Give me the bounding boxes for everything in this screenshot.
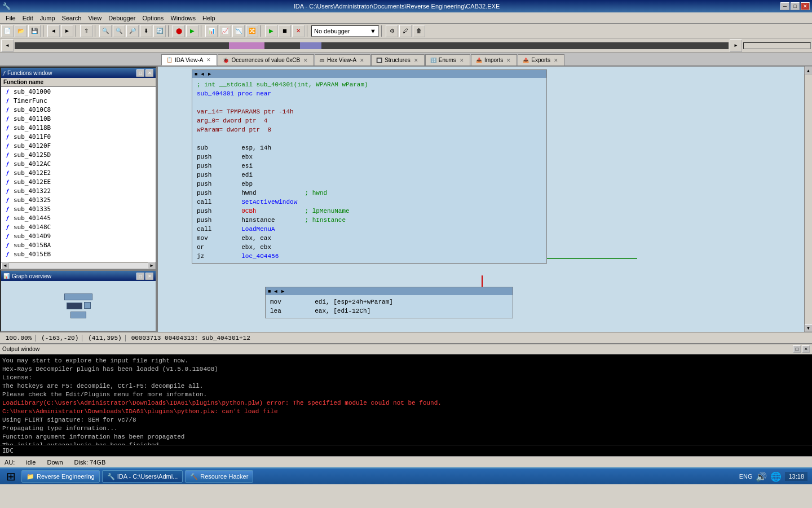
function-item-13[interactable]: 𝑓sub_401335: [1, 204, 156, 213]
tb-debug-stop[interactable]: ✕: [292, 25, 304, 37]
hscroll-left[interactable]: ◄: [1, 262, 9, 269]
tab-imports[interactable]: 📥 Imports ✕: [471, 54, 517, 65]
tb-new[interactable]: 📄: [1, 25, 14, 37]
function-item-5[interactable]: 𝑓sub_4011F0: [1, 132, 156, 141]
taskbar-btn-ida[interactable]: 🔧 IDA - C:\Users\Admi...: [102, 470, 183, 483]
menu-view[interactable]: View: [85, 14, 105, 23]
tab-hex-view[interactable]: 🗃 Hex View-A ✕: [315, 54, 370, 65]
taskbar-btn-reshacker[interactable]: 🔨 Resource Hacker: [185, 470, 253, 483]
hscroll-right[interactable]: ►: [148, 262, 156, 269]
code-line-5: wParam= dword ptr 8: [197, 125, 542, 134]
tab-ida-close[interactable]: ✕: [205, 56, 212, 63]
right-scrollbar[interactable]: ▲ ▼: [804, 67, 812, 332]
output-line-6: LoadLibrary(C:\Users\Administrator\Downl…: [2, 399, 810, 408]
tb-analyze4[interactable]: 🔀: [246, 25, 258, 37]
menu-edit[interactable]: Edit: [19, 14, 37, 23]
function-item-0[interactable]: 𝑓sub_401000: [1, 87, 156, 96]
functions-close[interactable]: ✕: [145, 69, 153, 77]
function-item-17[interactable]: 𝑓sub_4015BA: [1, 240, 156, 249]
func-icon: 𝑓: [3, 223, 11, 231]
graph-restore[interactable]: ◻: [136, 273, 144, 280]
tb-analyze1[interactable]: 📊: [205, 25, 218, 37]
tb-extra2[interactable]: 🖊: [399, 25, 412, 37]
toolbar: 📄 📂 💾 ◄ ► ⇑ 🔍 🔍 🔎 ⬇ 🔄 ⬤ ▶ 📊 📈 📉 🔀 ▶ ⏹ ✕ …: [0, 24, 812, 38]
tb-search3[interactable]: 🔎: [126, 25, 139, 37]
functions-restore[interactable]: ◻: [136, 69, 144, 77]
tb-search1[interactable]: 🔍: [99, 25, 112, 37]
menu-help[interactable]: Help: [199, 14, 219, 23]
au-disk: Disk: 74GB: [74, 459, 106, 466]
tb-analyze3[interactable]: 📉: [232, 25, 245, 37]
nav-left[interactable]: ◄: [1, 40, 14, 52]
vscroll-up[interactable]: ▲: [805, 67, 813, 75]
tab-ida-view-a[interactable]: 📋 IDA View-A ✕: [161, 54, 217, 65]
menu-search[interactable]: Search: [59, 14, 85, 23]
tb-btn3[interactable]: ⇑: [80, 25, 92, 37]
tab-hex-close[interactable]: ✕: [359, 57, 365, 64]
function-item-3[interactable]: 𝑓sub_40110B: [1, 114, 156, 123]
function-item-16[interactable]: 𝑓sub_4014D9: [1, 231, 156, 240]
tb-open[interactable]: 📂: [15, 25, 27, 37]
tb-save[interactable]: 💾: [28, 25, 41, 37]
func-icon: 𝑓: [3, 151, 11, 159]
taskbar-btn-explorer[interactable]: 📁 Reverse Engineering: [21, 470, 100, 483]
tb-analyze2[interactable]: 📈: [219, 25, 231, 37]
function-item-2[interactable]: 𝑓sub_4010C8: [1, 105, 156, 114]
tab-exports-close[interactable]: ✕: [553, 57, 559, 64]
tab-struct-close[interactable]: ✕: [413, 57, 420, 64]
output-close[interactable]: ✕: [802, 345, 810, 353]
tab-occurrences[interactable]: 🐞 Occurrences of value 0xCB ✕: [218, 54, 314, 65]
graph-close[interactable]: ✕: [145, 273, 153, 280]
functions-column-header: Function name: [1, 78, 156, 87]
tb-search4[interactable]: ⬇: [140, 25, 152, 37]
tb-search5[interactable]: 🔄: [153, 25, 166, 37]
tab-structures[interactable]: 🔲 Structures ✕: [371, 54, 425, 65]
start-button[interactable]: ⊞: [2, 470, 19, 483]
function-item-7[interactable]: 𝑓sub_40125D: [1, 150, 156, 159]
tb-bp[interactable]: ⬤: [173, 25, 185, 37]
function-item-11[interactable]: 𝑓sub_401322: [1, 186, 156, 195]
menu-options[interactable]: Options: [139, 14, 167, 23]
close-button[interactable]: ✕: [801, 2, 810, 10]
taskbar-volume[interactable]: 🔊: [756, 471, 767, 482]
tab-imports-close[interactable]: ✕: [505, 57, 512, 64]
function-item-9[interactable]: 𝑓sub_4012E2: [1, 168, 156, 177]
function-item-14[interactable]: 𝑓sub_401445: [1, 213, 156, 222]
tb-extra3[interactable]: 🗑: [413, 25, 425, 37]
maximize-button[interactable]: □: [791, 2, 800, 10]
function-item-8[interactable]: 𝑓sub_4012AC: [1, 159, 156, 168]
tb-search2[interactable]: 🔍: [113, 25, 125, 37]
functions-list[interactable]: 𝑓sub_401000𝑓TimerFunc𝑓sub_4010C8𝑓sub_401…: [1, 87, 156, 262]
tab-occ-close[interactable]: ✕: [302, 57, 309, 64]
function-item-10[interactable]: 𝑓sub_4012EE: [1, 177, 156, 186]
nav-right[interactable]: ►: [730, 40, 742, 52]
ida-icon: 🔧: [107, 473, 115, 480]
tab-area: 📋 IDA View-A ✕ 🐞 Occurrences of value 0x…: [0, 53, 812, 67]
tab-enums-close[interactable]: ✕: [458, 57, 465, 64]
tb-debug-pause[interactable]: ⏹: [279, 25, 291, 37]
vscroll-down[interactable]: ▼: [805, 324, 813, 332]
function-item-4[interactable]: 𝑓sub_40118B: [1, 123, 156, 132]
menu-jump[interactable]: Jump: [37, 14, 59, 23]
tb-debug-run[interactable]: ▶: [265, 25, 277, 37]
tb-forward[interactable]: ►: [61, 25, 73, 37]
function-item-1[interactable]: 𝑓TimerFunc: [1, 96, 156, 105]
minimize-button[interactable]: ─: [780, 2, 789, 10]
tb-back[interactable]: ◄: [47, 25, 60, 37]
menu-file[interactable]: File: [2, 14, 19, 23]
function-item-6[interactable]: 𝑓sub_40120F: [1, 141, 156, 150]
titlebar-icon3: ►: [207, 71, 212, 77]
function-item-18[interactable]: 𝑓sub_4015EB: [1, 249, 156, 259]
function-item-15[interactable]: 𝑓sub_40148C: [1, 222, 156, 231]
function-item-12[interactable]: 𝑓sub_401325: [1, 195, 156, 204]
tb-run[interactable]: ▶: [186, 25, 198, 37]
menu-windows[interactable]: Windows: [167, 14, 199, 23]
idc-input[interactable]: [17, 446, 810, 456]
tb-extra1[interactable]: ⚙: [386, 25, 398, 37]
debugger-dropdown[interactable]: No debugger ▼: [311, 25, 379, 37]
output-restore[interactable]: ◻: [793, 345, 801, 353]
tab-enums[interactable]: 🔢 Enums ✕: [425, 54, 470, 65]
menu-debugger[interactable]: Debugger: [105, 14, 139, 23]
tab-exports[interactable]: 📤 Exports ✕: [518, 54, 564, 65]
code-line-3: var_14= TPMPARAMS ptr -14h: [197, 107, 542, 116]
